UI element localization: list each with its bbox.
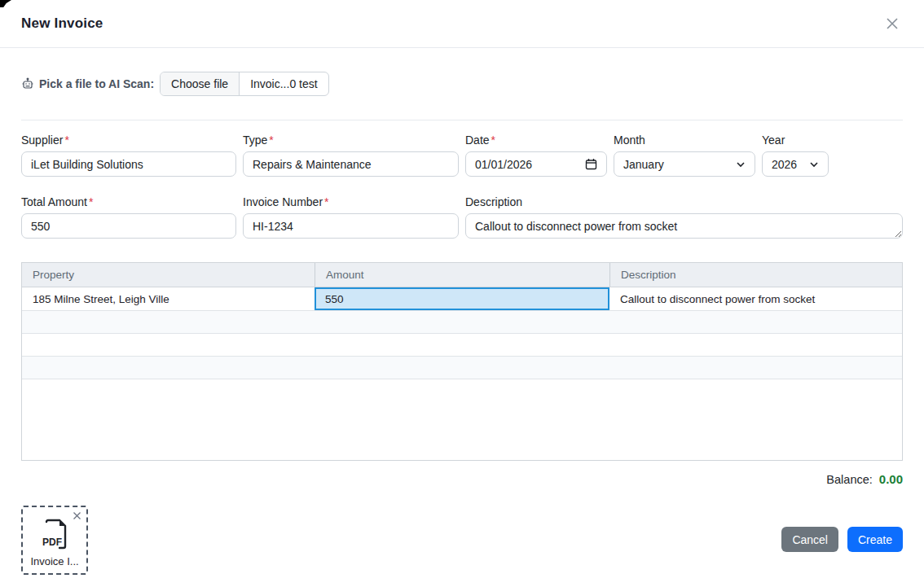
invoice-number-input[interactable]	[243, 213, 459, 239]
table-filler-area	[22, 379, 902, 460]
description-textarea[interactable]: Callout to disconnect power from socket	[465, 213, 903, 239]
remove-attachment-button[interactable]	[70, 509, 84, 524]
close-modal-button[interactable]	[882, 13, 903, 34]
total-amount-label: Total Amount*	[21, 195, 236, 208]
description-cell[interactable]: Callout to disconnect power from socket	[609, 287, 902, 310]
column-header-description: Description	[609, 263, 902, 287]
cancel-button[interactable]: Cancel	[781, 527, 838, 552]
total-amount-field: Total Amount*	[21, 195, 236, 239]
ai-scan-row: Pick a file to AI Scan: Choose file Invo…	[21, 72, 903, 120]
required-marker: *	[89, 195, 93, 208]
balance-row: Balance: 0.00	[21, 472, 903, 486]
invoice-number-field: Invoice Number*	[243, 195, 459, 239]
modal-header: New Invoice	[0, 0, 924, 48]
attachment-file-name: Invoice I...	[30, 555, 78, 567]
required-marker: *	[324, 195, 328, 208]
month-label: Month	[614, 134, 755, 147]
month-field: Month January	[614, 134, 755, 177]
balance-label: Balance:	[826, 473, 872, 486]
year-select[interactable]: 2026	[762, 151, 829, 177]
modal-body: Pick a file to AI Scan: Choose file Invo…	[0, 72, 924, 575]
close-icon	[885, 16, 900, 31]
action-buttons: Cancel Create	[781, 527, 903, 552]
attachment-chip[interactable]: PDF Invoice I...	[21, 506, 88, 575]
ai-scan-file-input[interactable]: Choose file Invoic...0 test	[160, 72, 329, 96]
ai-scan-label: Pick a file to AI Scan:	[21, 77, 154, 90]
month-select[interactable]: January	[614, 151, 755, 177]
robot-icon	[21, 77, 34, 90]
chevron-down-icon	[809, 160, 819, 169]
total-amount-input[interactable]	[21, 213, 236, 239]
property-cell[interactable]: 185 Milne Street, Leigh Ville	[22, 287, 315, 310]
new-invoice-modal: New Invoice Pick a file to A	[0, 0, 924, 575]
supplier-input[interactable]	[21, 151, 236, 177]
form-row-1: Supplier* Type* Date* 01/01/2026	[21, 134, 903, 177]
allocation-table: Property Amount Description 185 Milne St…	[21, 262, 903, 461]
svg-text:PDF: PDF	[42, 537, 62, 548]
required-marker: *	[64, 134, 68, 147]
year-field: Year 2026	[762, 134, 829, 177]
required-marker: *	[491, 134, 495, 147]
date-label: Date*	[465, 134, 607, 147]
chosen-file-name: Invoic...0 test	[240, 72, 328, 95]
supplier-label: Supplier*	[21, 134, 236, 147]
description-label: Description	[465, 195, 903, 208]
invoice-number-label: Invoice Number*	[243, 195, 459, 208]
form-row-2: Total Amount* Invoice Number* Descriptio…	[21, 195, 903, 239]
table-header-row: Property Amount Description	[22, 263, 902, 287]
column-header-property: Property	[22, 263, 315, 287]
amount-cell-selected[interactable]: 550	[315, 287, 609, 310]
chevron-down-icon	[736, 160, 746, 169]
supplier-field: Supplier*	[21, 134, 236, 177]
date-input[interactable]: 01/01/2026	[465, 151, 607, 177]
table-empty-row	[22, 311, 902, 334]
date-field: Date* 01/01/2026	[465, 134, 607, 177]
type-input[interactable]	[243, 151, 459, 177]
choose-file-button[interactable]: Choose file	[161, 72, 240, 95]
type-field: Type*	[243, 134, 459, 177]
calendar-icon	[585, 158, 597, 170]
balance-value: 0.00	[879, 472, 903, 486]
table-empty-row	[22, 357, 902, 379]
table-row: 185 Milne Street, Leigh Ville 550 Callou…	[22, 287, 902, 311]
page-title: New Invoice	[21, 15, 103, 32]
create-button[interactable]: Create	[847, 527, 903, 552]
year-label: Year	[762, 134, 829, 147]
close-icon	[72, 510, 82, 521]
pdf-file-icon: PDF	[40, 519, 69, 551]
footer-row: PDF Invoice I... Cancel Create	[21, 506, 903, 575]
description-field: Description Callout to disconnect power …	[465, 195, 903, 239]
table-empty-row	[22, 334, 902, 357]
required-marker: *	[269, 134, 273, 147]
type-label: Type*	[243, 134, 459, 147]
column-header-amount: Amount	[315, 263, 609, 287]
